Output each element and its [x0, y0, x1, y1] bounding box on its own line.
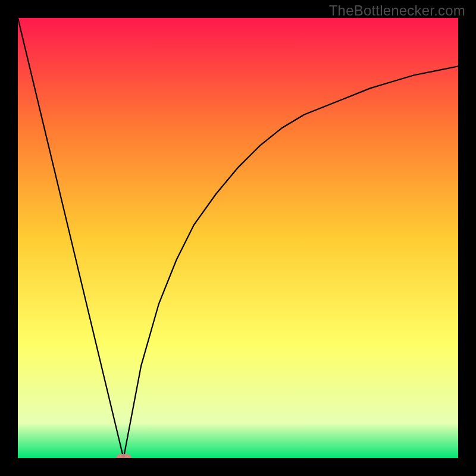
minimum-marker	[116, 454, 131, 458]
chart-svg	[18, 18, 458, 458]
watermark-text: TheBottlenecker.com	[329, 2, 465, 19]
plot-area	[18, 18, 458, 458]
gradient-background	[18, 18, 458, 458]
chart-container: TheBottlenecker.com	[0, 0, 476, 476]
